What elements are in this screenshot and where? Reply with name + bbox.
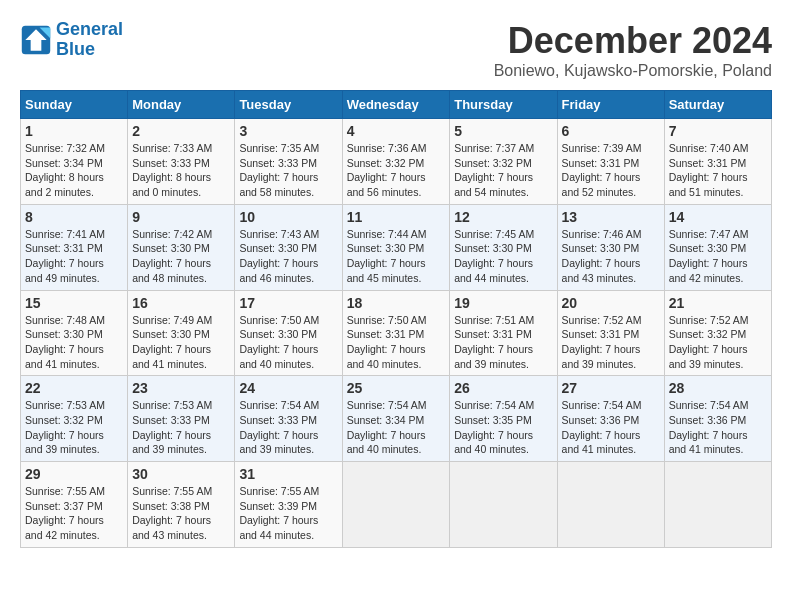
day-info: Sunrise: 7:50 AM Sunset: 3:31 PM Dayligh…: [347, 313, 446, 372]
day-info: Sunrise: 7:40 AM Sunset: 3:31 PM Dayligh…: [669, 141, 767, 200]
day-number: 29: [25, 466, 123, 482]
day-number: 19: [454, 295, 552, 311]
day-number: 22: [25, 380, 123, 396]
calendar-cell: 14 Sunrise: 7:47 AM Sunset: 3:30 PM Dayl…: [664, 204, 771, 290]
weekday-header: Tuesday: [235, 91, 342, 119]
calendar-cell: 1 Sunrise: 7:32 AM Sunset: 3:34 PM Dayli…: [21, 119, 128, 205]
day-info: Sunrise: 7:52 AM Sunset: 3:32 PM Dayligh…: [669, 313, 767, 372]
calendar-cell: 7 Sunrise: 7:40 AM Sunset: 3:31 PM Dayli…: [664, 119, 771, 205]
day-info: Sunrise: 7:43 AM Sunset: 3:30 PM Dayligh…: [239, 227, 337, 286]
calendar-cell: 3 Sunrise: 7:35 AM Sunset: 3:33 PM Dayli…: [235, 119, 342, 205]
calendar-cell: 8 Sunrise: 7:41 AM Sunset: 3:31 PM Dayli…: [21, 204, 128, 290]
calendar-cell: 25 Sunrise: 7:54 AM Sunset: 3:34 PM Dayl…: [342, 376, 450, 462]
day-number: 12: [454, 209, 552, 225]
calendar-cell: 18 Sunrise: 7:50 AM Sunset: 3:31 PM Dayl…: [342, 290, 450, 376]
day-number: 27: [562, 380, 660, 396]
day-info: Sunrise: 7:54 AM Sunset: 3:36 PM Dayligh…: [562, 398, 660, 457]
day-info: Sunrise: 7:54 AM Sunset: 3:36 PM Dayligh…: [669, 398, 767, 457]
calendar-cell: 11 Sunrise: 7:44 AM Sunset: 3:30 PM Dayl…: [342, 204, 450, 290]
calendar-cell: 17 Sunrise: 7:50 AM Sunset: 3:30 PM Dayl…: [235, 290, 342, 376]
day-number: 9: [132, 209, 230, 225]
calendar-cell: 16 Sunrise: 7:49 AM Sunset: 3:30 PM Dayl…: [128, 290, 235, 376]
day-number: 26: [454, 380, 552, 396]
calendar-cell: 4 Sunrise: 7:36 AM Sunset: 3:32 PM Dayli…: [342, 119, 450, 205]
calendar-cell: 19 Sunrise: 7:51 AM Sunset: 3:31 PM Dayl…: [450, 290, 557, 376]
day-info: Sunrise: 7:45 AM Sunset: 3:30 PM Dayligh…: [454, 227, 552, 286]
day-info: Sunrise: 7:50 AM Sunset: 3:30 PM Dayligh…: [239, 313, 337, 372]
logo-line2: Blue: [56, 40, 123, 60]
day-number: 25: [347, 380, 446, 396]
day-info: Sunrise: 7:46 AM Sunset: 3:30 PM Dayligh…: [562, 227, 660, 286]
calendar-cell: 6 Sunrise: 7:39 AM Sunset: 3:31 PM Dayli…: [557, 119, 664, 205]
calendar-cell: 5 Sunrise: 7:37 AM Sunset: 3:32 PM Dayli…: [450, 119, 557, 205]
day-info: Sunrise: 7:47 AM Sunset: 3:30 PM Dayligh…: [669, 227, 767, 286]
day-number: 7: [669, 123, 767, 139]
day-number: 6: [562, 123, 660, 139]
calendar-cell: 22 Sunrise: 7:53 AM Sunset: 3:32 PM Dayl…: [21, 376, 128, 462]
day-number: 21: [669, 295, 767, 311]
day-info: Sunrise: 7:37 AM Sunset: 3:32 PM Dayligh…: [454, 141, 552, 200]
calendar-cell: [450, 462, 557, 548]
day-info: Sunrise: 7:32 AM Sunset: 3:34 PM Dayligh…: [25, 141, 123, 200]
calendar-cell: 24 Sunrise: 7:54 AM Sunset: 3:33 PM Dayl…: [235, 376, 342, 462]
day-number: 13: [562, 209, 660, 225]
calendar-cell: 28 Sunrise: 7:54 AM Sunset: 3:36 PM Dayl…: [664, 376, 771, 462]
day-info: Sunrise: 7:41 AM Sunset: 3:31 PM Dayligh…: [25, 227, 123, 286]
logo-line1: General: [56, 19, 123, 39]
month-title: December 2024: [494, 20, 772, 62]
day-number: 15: [25, 295, 123, 311]
day-info: Sunrise: 7:53 AM Sunset: 3:33 PM Dayligh…: [132, 398, 230, 457]
calendar-cell: 15 Sunrise: 7:48 AM Sunset: 3:30 PM Dayl…: [21, 290, 128, 376]
day-info: Sunrise: 7:52 AM Sunset: 3:31 PM Dayligh…: [562, 313, 660, 372]
day-info: Sunrise: 7:33 AM Sunset: 3:33 PM Dayligh…: [132, 141, 230, 200]
day-info: Sunrise: 7:55 AM Sunset: 3:37 PM Dayligh…: [25, 484, 123, 543]
day-number: 8: [25, 209, 123, 225]
weekday-header: Wednesday: [342, 91, 450, 119]
day-info: Sunrise: 7:36 AM Sunset: 3:32 PM Dayligh…: [347, 141, 446, 200]
day-info: Sunrise: 7:55 AM Sunset: 3:38 PM Dayligh…: [132, 484, 230, 543]
calendar-cell: 31 Sunrise: 7:55 AM Sunset: 3:39 PM Dayl…: [235, 462, 342, 548]
calendar-cell: 9 Sunrise: 7:42 AM Sunset: 3:30 PM Dayli…: [128, 204, 235, 290]
weekday-header: Monday: [128, 91, 235, 119]
location-title: Boniewo, Kujawsko-Pomorskie, Poland: [494, 62, 772, 80]
calendar-cell: 27 Sunrise: 7:54 AM Sunset: 3:36 PM Dayl…: [557, 376, 664, 462]
day-number: 10: [239, 209, 337, 225]
title-block: December 2024 Boniewo, Kujawsko-Pomorski…: [494, 20, 772, 80]
weekday-header: Friday: [557, 91, 664, 119]
day-number: 3: [239, 123, 337, 139]
calendar-cell: 21 Sunrise: 7:52 AM Sunset: 3:32 PM Dayl…: [664, 290, 771, 376]
logo-icon: [20, 24, 52, 56]
day-info: Sunrise: 7:42 AM Sunset: 3:30 PM Dayligh…: [132, 227, 230, 286]
day-number: 1: [25, 123, 123, 139]
weekday-header: Thursday: [450, 91, 557, 119]
day-info: Sunrise: 7:54 AM Sunset: 3:35 PM Dayligh…: [454, 398, 552, 457]
page-header: General Blue December 2024 Boniewo, Kuja…: [20, 20, 772, 80]
logo-text: General Blue: [56, 20, 123, 60]
day-info: Sunrise: 7:54 AM Sunset: 3:33 PM Dayligh…: [239, 398, 337, 457]
day-info: Sunrise: 7:35 AM Sunset: 3:33 PM Dayligh…: [239, 141, 337, 200]
calendar-table: SundayMondayTuesdayWednesdayThursdayFrid…: [20, 90, 772, 548]
calendar-cell: 30 Sunrise: 7:55 AM Sunset: 3:38 PM Dayl…: [128, 462, 235, 548]
calendar-cell: 29 Sunrise: 7:55 AM Sunset: 3:37 PM Dayl…: [21, 462, 128, 548]
day-number: 20: [562, 295, 660, 311]
day-number: 11: [347, 209, 446, 225]
day-number: 4: [347, 123, 446, 139]
day-number: 14: [669, 209, 767, 225]
day-number: 17: [239, 295, 337, 311]
calendar-cell: 23 Sunrise: 7:53 AM Sunset: 3:33 PM Dayl…: [128, 376, 235, 462]
calendar-cell: 26 Sunrise: 7:54 AM Sunset: 3:35 PM Dayl…: [450, 376, 557, 462]
day-info: Sunrise: 7:51 AM Sunset: 3:31 PM Dayligh…: [454, 313, 552, 372]
calendar-cell: [557, 462, 664, 548]
day-info: Sunrise: 7:48 AM Sunset: 3:30 PM Dayligh…: [25, 313, 123, 372]
day-number: 28: [669, 380, 767, 396]
day-info: Sunrise: 7:54 AM Sunset: 3:34 PM Dayligh…: [347, 398, 446, 457]
day-number: 2: [132, 123, 230, 139]
day-info: Sunrise: 7:44 AM Sunset: 3:30 PM Dayligh…: [347, 227, 446, 286]
logo: General Blue: [20, 20, 123, 60]
day-info: Sunrise: 7:55 AM Sunset: 3:39 PM Dayligh…: [239, 484, 337, 543]
day-number: 24: [239, 380, 337, 396]
day-info: Sunrise: 7:53 AM Sunset: 3:32 PM Dayligh…: [25, 398, 123, 457]
calendar-cell: 2 Sunrise: 7:33 AM Sunset: 3:33 PM Dayli…: [128, 119, 235, 205]
day-info: Sunrise: 7:49 AM Sunset: 3:30 PM Dayligh…: [132, 313, 230, 372]
day-number: 23: [132, 380, 230, 396]
